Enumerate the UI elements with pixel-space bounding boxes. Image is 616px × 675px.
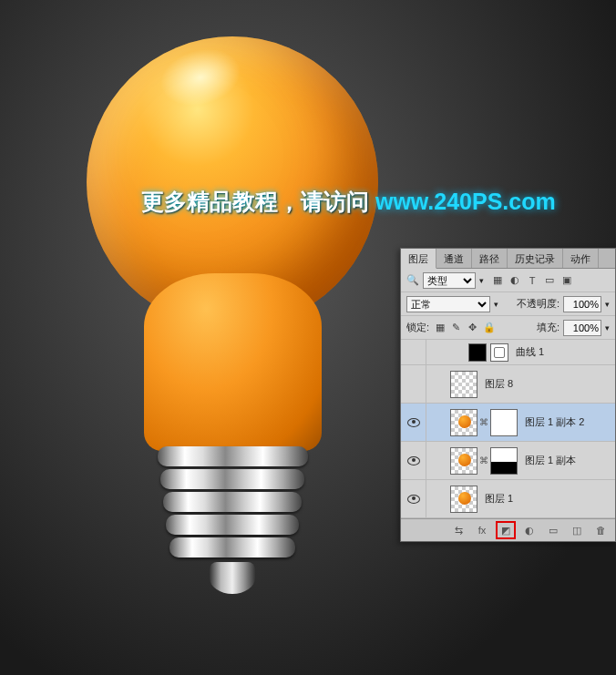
adjustment-layer-icon[interactable]: ◐ bbox=[522, 524, 537, 537]
lock-row: 锁定: ▦ ✎ ✥ 🔒 填充: ▾ bbox=[401, 316, 615, 340]
filter-row: 🔍 类型 ▾ ▦ ◐ T ▭ ▣ bbox=[401, 269, 615, 292]
new-layer-icon[interactable]: ◫ bbox=[570, 524, 584, 537]
layer-mask-thumb[interactable] bbox=[490, 409, 518, 436]
visibility-toggle[interactable] bbox=[401, 480, 426, 517]
lock-position-icon[interactable]: ✥ bbox=[466, 322, 479, 334]
visibility-toggle[interactable] bbox=[401, 340, 426, 364]
layer-row[interactable]: 曲线 1 bbox=[401, 340, 615, 365]
bulb-screw-cap bbox=[158, 446, 308, 601]
visibility-toggle[interactable] bbox=[401, 442, 426, 479]
layer-name[interactable]: 图层 8 bbox=[485, 377, 513, 391]
tab-actions[interactable]: 动作 bbox=[563, 249, 599, 268]
opacity-input[interactable] bbox=[563, 296, 601, 312]
search-icon: 🔍 bbox=[406, 274, 419, 287]
lock-label: 锁定: bbox=[406, 321, 429, 334]
tab-history[interactable]: 历史记录 bbox=[508, 249, 563, 268]
fill-input[interactable] bbox=[563, 320, 601, 336]
layers-panel: 图层 通道 路径 历史记录 动作 🔍 类型 ▾ ▦ ◐ T ▭ ▣ 正常 bbox=[400, 248, 616, 542]
layer-type-filter[interactable]: 类型 bbox=[423, 272, 476, 289]
layers-list: 曲线 1 图层 8 ⌘ 图层 1 副本 2 ⌘ bbox=[401, 340, 615, 518]
tab-paths[interactable]: 路径 bbox=[472, 249, 508, 268]
fill-label: 填充: bbox=[537, 321, 560, 334]
layer-thumb[interactable] bbox=[450, 447, 477, 475]
eye-icon bbox=[407, 495, 420, 504]
lock-transparency-icon[interactable]: ▦ bbox=[433, 322, 447, 334]
filter-adjust-icon[interactable]: ◐ bbox=[508, 274, 521, 287]
dropdown-arrow-icon: ▾ bbox=[479, 276, 484, 285]
link-icon[interactable]: ⌘ bbox=[479, 417, 488, 427]
curves-icon[interactable] bbox=[490, 343, 508, 362]
tab-layers[interactable]: 图层 bbox=[401, 249, 436, 269]
watermark-text: 更多精品教程，请访问 www.240PS.com bbox=[141, 187, 556, 217]
fx-icon[interactable]: fx bbox=[475, 524, 489, 537]
layer-row[interactable]: ⌘ 图层 1 副本 bbox=[401, 442, 615, 480]
layer-mask-thumb[interactable] bbox=[468, 343, 487, 362]
trash-icon[interactable]: 🗑 bbox=[593, 524, 608, 537]
filter-type-icon[interactable]: T bbox=[526, 274, 539, 287]
layer-row[interactable]: ⌘ 图层 1 副本 2 bbox=[401, 404, 615, 442]
opacity-label: 不透明度: bbox=[517, 297, 560, 311]
panel-tabs: 图层 通道 路径 历史记录 动作 bbox=[401, 249, 615, 269]
bulb-neck bbox=[144, 273, 322, 451]
blend-row: 正常 ▾ 不透明度: ▾ bbox=[401, 292, 615, 316]
watermark-url: www.240PS.com bbox=[375, 189, 556, 214]
orange-lightbulb-artwork bbox=[87, 36, 378, 619]
lock-pixels-icon[interactable]: ✎ bbox=[449, 322, 463, 334]
layer-row[interactable]: 图层 1 bbox=[401, 480, 615, 518]
visibility-toggle[interactable] bbox=[401, 365, 426, 403]
filter-shape-icon[interactable]: ▭ bbox=[543, 274, 556, 287]
layer-name[interactable]: 图层 1 副本 bbox=[525, 454, 576, 467]
layer-thumb[interactable] bbox=[450, 486, 477, 513]
eye-icon bbox=[407, 418, 420, 427]
layer-name[interactable]: 图层 1 bbox=[485, 492, 513, 506]
filter-pixel-icon[interactable]: ▦ bbox=[491, 274, 504, 287]
filter-smart-icon[interactable]: ▣ bbox=[560, 274, 573, 287]
lock-all-icon[interactable]: 🔒 bbox=[482, 322, 496, 334]
stepper-icon[interactable]: ▾ bbox=[605, 300, 610, 309]
eye-icon bbox=[407, 456, 420, 465]
panel-footer: ⇆ fx ◩ ◐ ▭ ◫ 🗑 bbox=[401, 518, 615, 541]
watermark-cn: 更多精品教程，请访问 bbox=[141, 189, 375, 214]
layer-thumb[interactable] bbox=[450, 409, 477, 436]
canvas: 更多精品教程，请访问 www.240PS.com 图层 通道 路径 历史记录 动… bbox=[0, 0, 616, 675]
group-icon[interactable]: ▭ bbox=[546, 524, 560, 537]
add-mask-icon[interactable]: ◩ bbox=[498, 524, 513, 537]
layer-name[interactable]: 曲线 1 bbox=[516, 345, 544, 359]
dropdown-arrow-icon: ▾ bbox=[494, 300, 498, 309]
layer-mask-thumb[interactable] bbox=[490, 447, 518, 475]
visibility-toggle[interactable] bbox=[401, 404, 426, 441]
link-layers-icon[interactable]: ⇆ bbox=[451, 524, 466, 537]
layer-row[interactable]: 图层 8 bbox=[401, 365, 615, 404]
layer-thumb[interactable] bbox=[450, 371, 477, 398]
stepper-icon[interactable]: ▾ bbox=[605, 323, 610, 332]
link-icon[interactable]: ⌘ bbox=[479, 455, 488, 465]
blend-mode-select[interactable]: 正常 bbox=[406, 296, 490, 312]
tab-channels[interactable]: 通道 bbox=[436, 249, 472, 268]
layer-name[interactable]: 图层 1 副本 2 bbox=[525, 415, 584, 429]
